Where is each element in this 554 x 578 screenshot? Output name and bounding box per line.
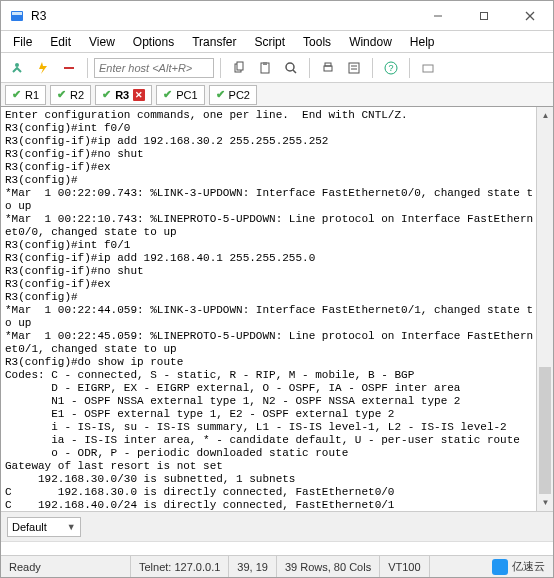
print-icon[interactable] (316, 56, 340, 80)
terminal-line: R3(config)#do show ip route (5, 356, 549, 369)
terminal-line: o - ODR, P - periodic downloaded static … (5, 447, 549, 460)
terminal-line: ia - IS-IS inter area, * - candidate def… (5, 434, 549, 447)
menu-window[interactable]: Window (341, 33, 400, 51)
terminal-line: o up (5, 200, 549, 213)
svg-rect-21 (423, 65, 433, 72)
brand-logo: 亿速云 (484, 559, 553, 575)
session-combo-value: Default (12, 521, 47, 533)
properties-icon[interactable] (342, 56, 366, 80)
terminal-line: i - IS-IS, su - IS-IS summary, L1 - IS-I… (5, 421, 549, 434)
find-icon[interactable] (279, 56, 303, 80)
help-icon[interactable]: ? (379, 56, 403, 80)
session-tab-pc1[interactable]: ✔PC1 (156, 85, 204, 105)
terminal-line: Codes: C - connected, S - static, R - RI… (5, 369, 549, 382)
status-ok-icon: ✔ (102, 88, 111, 101)
svg-rect-16 (349, 63, 359, 73)
svg-rect-3 (481, 12, 488, 19)
tab-label: R1 (25, 89, 39, 101)
menu-options[interactable]: Options (125, 33, 182, 51)
maximize-button[interactable] (461, 1, 507, 31)
svg-text:?: ? (388, 63, 393, 73)
terminal-line: R3(config-if)#ex (5, 278, 549, 291)
status-ok-icon: ✔ (57, 88, 66, 101)
minimize-button[interactable] (415, 1, 461, 31)
terminal-line: R3(config-if)#no shut (5, 265, 549, 278)
tab-label: R2 (70, 89, 84, 101)
scroll-up-icon[interactable]: ▲ (537, 107, 553, 124)
menu-view[interactable]: View (81, 33, 123, 51)
close-button[interactable] (507, 1, 553, 31)
terminal-line: R3(config)# (5, 174, 549, 187)
status-ready: Ready (1, 556, 131, 577)
terminal-line: *Mar 1 00:22:44.059: %LINK-3-UPDOWN: Int… (5, 304, 549, 317)
status-size: 39 Rows, 80 Cols (277, 556, 380, 577)
window-title: R3 (31, 9, 46, 23)
terminal-line: R3(config-if)#ip add 192.168.30.2 255.25… (5, 135, 549, 148)
terminal-line: o up (5, 317, 549, 330)
terminal-line: et0/0, changed state to up (5, 226, 549, 239)
terminal-line: *Mar 1 00:22:09.743: %LINK-3-UPDOWN: Int… (5, 187, 549, 200)
status-terminal-type: VT100 (380, 556, 429, 577)
session-tab-r1[interactable]: ✔R1 (5, 85, 46, 105)
terminal-line: E1 - OSPF external type 1, E2 - OSPF ext… (5, 408, 549, 421)
menu-transfer[interactable]: Transfer (184, 33, 244, 51)
app-icon (9, 8, 25, 24)
terminal-line: 192.168.30.0/30 is subnetted, 1 subnets (5, 473, 549, 486)
tab-label: PC1 (176, 89, 197, 101)
copy-icon[interactable] (227, 56, 251, 80)
terminal-line: Gateway of last resort is not set (5, 460, 549, 473)
terminal-line: D - EIGRP, EX - EIGRP external, O - OSPF… (5, 382, 549, 395)
terminal-line: Enter configuration commands, one per li… (5, 109, 549, 122)
terminal-line: C 192.168.40.0/24 is directly connected,… (5, 499, 549, 511)
command-input-area[interactable] (1, 541, 553, 555)
menu-file[interactable]: File (5, 33, 40, 51)
terminal-line: *Mar 1 00:22:10.743: %LINEPROTO-5-UPDOWN… (5, 213, 549, 226)
tab-label: PC2 (229, 89, 250, 101)
menu-help[interactable]: Help (402, 33, 443, 51)
terminal-line: C 192.168.30.0 is directly connected, Fa… (5, 486, 549, 499)
session-combo[interactable]: Default ▼ (7, 517, 81, 537)
terminal-line: R3(config-if)#no shut (5, 148, 549, 161)
svg-line-13 (293, 70, 296, 73)
disconnect-icon[interactable] (57, 56, 81, 80)
svg-rect-9 (237, 62, 243, 70)
host-input[interactable] (94, 58, 214, 78)
connect-icon[interactable] (5, 56, 29, 80)
terminal-line: R3(config-if)#ex (5, 161, 549, 174)
paste-icon[interactable] (253, 56, 277, 80)
svg-point-6 (15, 63, 19, 67)
terminal-output[interactable]: Enter configuration commands, one per li… (1, 107, 553, 511)
status-connection: Telnet: 127.0.0.1 (131, 556, 229, 577)
status-ok-icon: ✔ (12, 88, 21, 101)
terminal-scrollbar[interactable]: ▲ ▼ (536, 107, 553, 511)
scroll-thumb[interactable] (539, 367, 551, 511)
status-ok-icon: ✔ (216, 88, 225, 101)
terminal-line: R3(config)# (5, 291, 549, 304)
tab-label: R3 (115, 89, 129, 101)
terminal-line: R3(config)#int f0/0 (5, 122, 549, 135)
terminal-line: N1 - OSPF NSSA external type 1, N2 - OSP… (5, 395, 549, 408)
svg-rect-14 (324, 66, 332, 71)
terminal-line: *Mar 1 00:22:45.059: %LINEPROTO-5-UPDOWN… (5, 330, 549, 343)
menu-script[interactable]: Script (246, 33, 293, 51)
terminal-line: R3(config-if)#ip add 192.168.40.1 255.25… (5, 252, 549, 265)
scroll-down-icon[interactable]: ▼ (537, 494, 553, 511)
session-tab-r3[interactable]: ✔R3✕ (95, 85, 152, 105)
quick-connect-icon[interactable] (31, 56, 55, 80)
terminal-line: R3(config)#int f0/1 (5, 239, 549, 252)
terminal-line: et0/1, changed state to up (5, 343, 549, 356)
status-cursor-position: 39, 19 (229, 556, 277, 577)
toolbar-extra-icon[interactable] (416, 56, 440, 80)
menu-tools[interactable]: Tools (295, 33, 339, 51)
svg-rect-1 (12, 12, 22, 15)
status-ok-icon: ✔ (163, 88, 172, 101)
chevron-down-icon: ▼ (67, 522, 76, 532)
svg-rect-11 (263, 62, 267, 65)
tab-close-icon[interactable]: ✕ (133, 89, 145, 101)
session-tab-r2[interactable]: ✔R2 (50, 85, 91, 105)
svg-rect-15 (325, 63, 331, 66)
menu-edit[interactable]: Edit (42, 33, 79, 51)
session-tab-pc2[interactable]: ✔PC2 (209, 85, 257, 105)
svg-rect-7 (64, 67, 74, 69)
svg-point-12 (286, 63, 294, 71)
